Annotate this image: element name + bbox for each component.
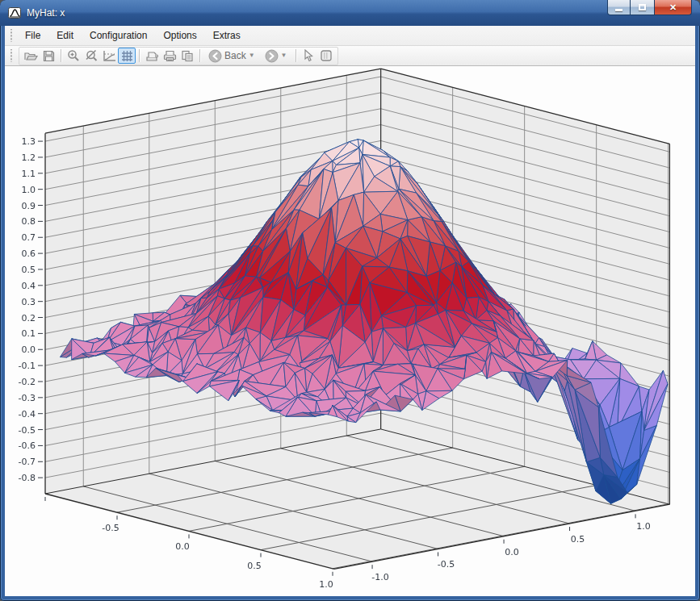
- close-button[interactable]: ✕: [655, 0, 692, 15]
- pointer-mode-button[interactable]: [300, 48, 317, 64]
- menu-edit[interactable]: Edit: [48, 27, 82, 44]
- save-button[interactable]: [40, 48, 57, 64]
- menu-grip-handle[interactable]: [9, 29, 14, 43]
- open-button[interactable]: [22, 48, 40, 64]
- open-folder-icon: [24, 50, 38, 62]
- menu-bar: File Edit Configuration Options Extras: [5, 26, 695, 46]
- save-floppy-icon: [43, 50, 55, 62]
- app-window: MyHat: x ✕ File Edit Configuration Optio…: [0, 0, 700, 601]
- menu-file[interactable]: File: [17, 27, 48, 44]
- minimize-icon: [615, 9, 622, 11]
- plot-panel: [5, 66, 695, 596]
- forward-button[interactable]: ▼: [260, 48, 292, 64]
- print-button[interactable]: [161, 48, 178, 64]
- menu-options[interactable]: Options: [155, 27, 204, 44]
- app-hat-icon: [8, 6, 22, 19]
- window-title: MyHat: x: [27, 7, 65, 19]
- snapshot-button[interactable]: [317, 48, 335, 64]
- forward-circle-icon: [265, 49, 279, 63]
- toolbar-grip-handle[interactable]: [9, 49, 14, 63]
- grid-toggle-button[interactable]: [118, 48, 136, 64]
- toolbar: Back ▼ ▼: [5, 46, 695, 66]
- back-button-label: Back: [224, 50, 246, 61]
- window-controls: ✕: [607, 0, 692, 15]
- toolbar-separator: [296, 49, 296, 62]
- back-circle-icon: [208, 49, 222, 63]
- back-dropdown-caret-icon[interactable]: ▼: [249, 52, 255, 59]
- surface-plot-canvas[interactable]: [5, 66, 695, 596]
- snapshot-icon: [320, 49, 333, 62]
- close-icon: ✕: [669, 2, 677, 13]
- toolbar-separator: [139, 49, 140, 62]
- toolbar-group: Back ▼ ▼: [19, 47, 338, 65]
- menu-configuration[interactable]: Configuration: [82, 27, 155, 44]
- back-button[interactable]: Back ▼: [203, 48, 260, 64]
- zoom-in-button[interactable]: [65, 48, 82, 64]
- title-bar[interactable]: MyHat: x ✕: [0, 0, 700, 26]
- toolbar-separator: [199, 49, 200, 62]
- printer-icon: [163, 50, 177, 62]
- zoom-off-button[interactable]: [82, 48, 100, 64]
- zoom-off-icon: [85, 49, 99, 62]
- maximize-button[interactable]: [631, 0, 655, 15]
- minimize-button[interactable]: [607, 0, 631, 15]
- axis-limits-button[interactable]: [100, 48, 118, 64]
- page-setup-button[interactable]: [143, 48, 161, 64]
- copy-icon: [181, 50, 194, 62]
- menu-extras[interactable]: Extras: [205, 27, 249, 44]
- forward-dropdown-caret-icon[interactable]: ▼: [281, 52, 287, 59]
- maximize-icon: [639, 4, 646, 10]
- toolbar-separator: [61, 49, 61, 62]
- zoom-in-icon: [67, 49, 80, 62]
- pointer-icon: [303, 49, 313, 62]
- copy-button[interactable]: [178, 48, 196, 64]
- axis-limits-icon: [103, 50, 116, 62]
- grid-icon: [121, 50, 133, 62]
- page-setup-icon: [145, 50, 159, 61]
